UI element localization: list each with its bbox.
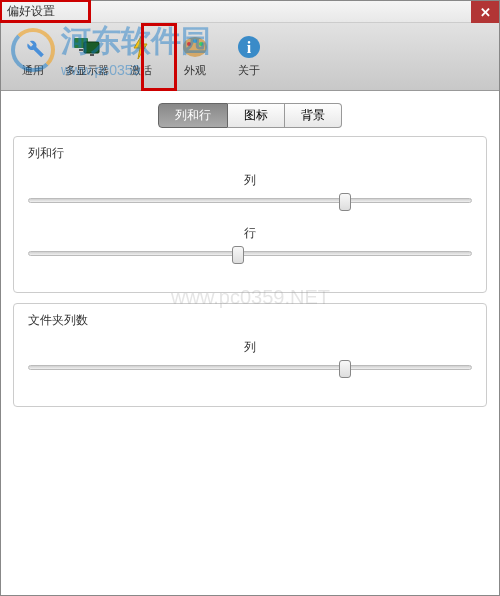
toolbar-label: 多显示器 [65, 63, 109, 78]
slider-track [28, 198, 472, 203]
panel-title: 文件夹列数 [28, 312, 472, 329]
svg-rect-3 [90, 54, 94, 56]
panel-folder-columns: 文件夹列数 列 [13, 303, 487, 407]
toolbar: 通用 多显示器 激活 外观 i 关于 [1, 23, 499, 91]
preferences-window: 偏好设置 ✕ 通用 多显示器 激活 外观 [0, 0, 500, 596]
tab-background[interactable]: 背景 [285, 103, 342, 128]
svg-point-5 [187, 42, 191, 46]
window-title: 偏好设置 [7, 3, 55, 20]
close-icon: ✕ [480, 5, 491, 20]
slider-thumb[interactable] [339, 193, 351, 211]
monitors-icon [73, 33, 101, 61]
toolbar-label: 关于 [238, 63, 260, 78]
toolbar-label: 外观 [184, 63, 206, 78]
svg-text:i: i [247, 39, 252, 56]
folder-columns-slider[interactable] [28, 358, 472, 378]
slider-track [28, 365, 472, 370]
toolbar-label: 激活 [130, 63, 152, 78]
toolbar-label: 通用 [22, 63, 44, 78]
toolbar-item-appearance[interactable]: 外观 [171, 27, 219, 90]
palette-icon [181, 33, 209, 61]
svg-point-6 [193, 39, 197, 43]
close-button[interactable]: ✕ [471, 1, 499, 23]
columns-slider[interactable] [28, 191, 472, 211]
slider-group-folder-columns: 列 [28, 339, 472, 378]
slider-thumb[interactable] [339, 360, 351, 378]
bolt-icon [127, 33, 155, 61]
toolbar-item-about[interactable]: i 关于 [225, 27, 273, 90]
svg-rect-1 [84, 42, 99, 53]
toolbar-item-monitors[interactable]: 多显示器 [63, 27, 111, 90]
toolbar-item-activate[interactable]: 激活 [117, 27, 165, 90]
slider-label: 列 [28, 172, 472, 189]
panel-columns-rows: 列和行 列 行 [13, 136, 487, 293]
toolbar-item-general[interactable]: 通用 [9, 27, 57, 90]
slider-label: 列 [28, 339, 472, 356]
tab-columns-rows[interactable]: 列和行 [158, 103, 228, 128]
tab-icons[interactable]: 图标 [228, 103, 285, 128]
rows-slider[interactable] [28, 244, 472, 264]
svg-rect-2 [79, 49, 83, 51]
slider-thumb[interactable] [232, 246, 244, 264]
slider-group-rows: 行 [28, 225, 472, 264]
panel-title: 列和行 [28, 145, 472, 162]
tab-bar: 列和行 图标 背景 [13, 103, 487, 128]
content-area: 列和行 图标 背景 列和行 列 行 文件夹列数 [1, 91, 499, 595]
info-icon: i [235, 33, 263, 61]
slider-group-columns: 列 [28, 172, 472, 211]
slider-label: 行 [28, 225, 472, 242]
slider-track [28, 251, 472, 256]
wrench-icon [19, 33, 47, 61]
svg-point-7 [199, 42, 203, 46]
titlebar: 偏好设置 ✕ [1, 1, 499, 23]
